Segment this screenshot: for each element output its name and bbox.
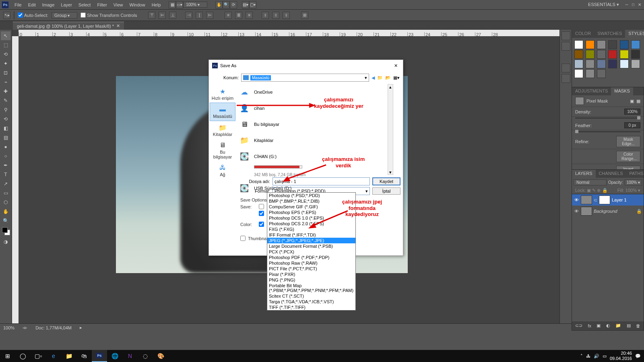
color-opt-checkbox[interactable] bbox=[259, 222, 264, 227]
new-layer-icon[interactable]: ▤ bbox=[627, 323, 631, 328]
file-item-thispc[interactable]: 🖥Bu bilgisayar bbox=[236, 116, 395, 132]
menu-help[interactable]: Help bbox=[149, 1, 164, 9]
style-swatch[interactable] bbox=[574, 60, 583, 68]
start-button[interactable]: ⊞ bbox=[0, 350, 15, 362]
style-swatch[interactable] bbox=[631, 60, 640, 68]
place-libraries[interactable]: 📁Kitaplıklar bbox=[210, 121, 235, 139]
style-swatch[interactable] bbox=[597, 40, 606, 49]
style-swatch[interactable] bbox=[597, 69, 606, 78]
scrubby-icon[interactable]: ◃▹ bbox=[23, 325, 27, 330]
location-combo[interactable]: Masaüstü ▾ bbox=[241, 74, 369, 82]
menu-file[interactable]: File bbox=[11, 1, 25, 9]
stamp-tool[interactable]: ⚲ bbox=[1, 105, 10, 114]
close-tab-icon[interactable]: ✕ bbox=[116, 23, 120, 29]
shape-tool[interactable]: ▭ bbox=[1, 189, 10, 197]
gradient-tool[interactable]: ▤ bbox=[1, 133, 10, 142]
delete-layer-icon[interactable]: 🗑 bbox=[636, 323, 640, 328]
auto-select-dropdown[interactable]: Group ▾ bbox=[52, 12, 77, 19]
explorer-icon[interactable]: 📁 bbox=[61, 350, 76, 362]
menu-filter[interactable]: Filter bbox=[94, 1, 110, 9]
style-swatch[interactable] bbox=[631, 40, 640, 49]
style-swatch[interactable] bbox=[597, 60, 606, 68]
link-icon[interactable]: ⊂⊃ bbox=[575, 323, 582, 328]
align-icon-2[interactable]: ⊢ bbox=[159, 12, 166, 19]
format-option[interactable]: Large Document Format (*.PSB) bbox=[267, 243, 355, 249]
place-desktop[interactable]: ▬Masaüstü bbox=[210, 103, 235, 121]
fx-icon[interactable]: fx bbox=[588, 323, 591, 328]
distribute-icon-1[interactable]: ≡ bbox=[225, 12, 232, 19]
density-input[interactable] bbox=[624, 109, 640, 115]
minimize-button[interactable]: ─ bbox=[624, 2, 630, 8]
show-transform-checkbox[interactable]: Show Transform Controls bbox=[80, 12, 137, 18]
menu-window[interactable]: Window bbox=[126, 1, 149, 9]
menu-edit[interactable]: Edit bbox=[25, 1, 39, 9]
auto-align-icon[interactable]: ⊞ bbox=[301, 12, 308, 19]
opacity-input[interactable]: 100% ▾ bbox=[625, 179, 642, 185]
align-icon-4[interactable]: ⊣ bbox=[185, 12, 192, 19]
file-item-libraries[interactable]: 📁Kitaplıklar bbox=[236, 132, 395, 148]
style-swatch[interactable] bbox=[608, 50, 617, 59]
pen-tool[interactable]: ✒ bbox=[1, 161, 10, 170]
volume-icon[interactable]: 🔊 bbox=[594, 354, 599, 359]
style-swatch[interactable] bbox=[620, 40, 629, 49]
crop-tool[interactable]: ⊡ bbox=[1, 68, 10, 77]
new-folder-icon[interactable]: 📂 bbox=[385, 75, 391, 80]
hand-tool[interactable]: ✋ bbox=[1, 207, 10, 216]
format-option[interactable]: PCX (*.PCX) bbox=[267, 249, 355, 255]
style-swatch[interactable] bbox=[631, 50, 640, 59]
align-icon-6[interactable]: ⊢ bbox=[206, 12, 213, 19]
workspace-switcher[interactable]: ESSENTİALS ▾ bbox=[585, 0, 622, 9]
maximize-button[interactable]: □ bbox=[630, 2, 636, 8]
history-tool[interactable]: ⟲ bbox=[1, 115, 10, 123]
auto-select-checkbox[interactable]: Auto-Select: bbox=[18, 12, 48, 18]
lang-icon[interactable]: ▭ bbox=[603, 354, 607, 359]
hand-icon[interactable]: ✋ bbox=[215, 1, 223, 8]
wand-tool[interactable]: ✦ bbox=[1, 59, 10, 68]
marquee-tool[interactable]: ⬚ bbox=[1, 41, 10, 49]
task-view-button[interactable]: ▢▫ bbox=[31, 350, 46, 362]
adj-layer-icon[interactable]: ◐ bbox=[606, 323, 610, 328]
place-thispc[interactable]: 🖥Bu bilgisayar bbox=[210, 139, 235, 161]
network-icon[interactable]: 🖧 bbox=[586, 354, 590, 358]
mini-panel-icon[interactable] bbox=[561, 42, 570, 51]
move-tool[interactable]: ↖ bbox=[1, 31, 10, 40]
menu-image[interactable]: Image bbox=[39, 1, 58, 9]
path-tool[interactable]: ↗ bbox=[1, 179, 10, 188]
document-tab[interactable]: geli-damat.jpg @ 100% (Layer 1, Layer Ma… bbox=[13, 22, 124, 30]
align-icon-3[interactable]: ⊥ bbox=[169, 12, 176, 19]
format-option[interactable]: Photoshop (*.PSD;*.PDD) bbox=[267, 193, 355, 198]
style-swatch[interactable] bbox=[574, 50, 583, 59]
screen-mode-icon[interactable]: ▢▾ bbox=[249, 1, 256, 8]
layer-row[interactable]: 👁 Background 🔒 bbox=[572, 206, 644, 217]
color-range-button[interactable]: Color Range... bbox=[616, 151, 640, 162]
format-option[interactable]: JPEG (*.JPG;*.JPEG;*.JPE) bbox=[267, 238, 355, 243]
save-opt-checkbox[interactable] bbox=[259, 204, 264, 209]
style-swatch[interactable] bbox=[574, 40, 583, 49]
close-button[interactable]: ✕ bbox=[637, 2, 642, 8]
3d-tool[interactable]: ⬡ bbox=[1, 198, 10, 207]
zoom-dropdown[interactable]: 100% ▾ bbox=[183, 2, 207, 8]
layout-icon[interactable]: ▭▾ bbox=[176, 1, 183, 8]
format-option[interactable]: Pixar (*.PXR) bbox=[267, 272, 355, 277]
style-swatch[interactable] bbox=[586, 40, 594, 49]
rotate-view-icon[interactable]: ⟳ bbox=[230, 1, 237, 8]
save-opt-checkbox[interactable] bbox=[259, 211, 264, 216]
brush-tool[interactable]: ✎ bbox=[1, 96, 10, 105]
eyedropper-tool[interactable]: ⌁ bbox=[1, 78, 10, 86]
distribute-icon-3[interactable]: ≡ bbox=[246, 12, 253, 19]
place-quick[interactable]: ★Hızlı erişim bbox=[210, 85, 235, 103]
distribute-icon-6[interactable]: ⦀ bbox=[283, 12, 290, 19]
format-option[interactable]: Scitex CT (*.SCT) bbox=[267, 293, 355, 299]
dodge-tool[interactable]: ○ bbox=[1, 152, 10, 160]
clock[interactable]: 20:4609.04.2016 bbox=[610, 351, 632, 361]
thumb-checkbox[interactable] bbox=[240, 236, 246, 241]
back-icon[interactable]: ◀ bbox=[372, 75, 375, 80]
arrange-icon[interactable]: ▤▾ bbox=[242, 1, 249, 8]
add-vector-mask-icon[interactable]: ▦ bbox=[636, 99, 640, 104]
launch-bridge-icon[interactable]: ▦ bbox=[169, 1, 176, 8]
format-option[interactable]: IFF Format (*.IFF;*.TDI) bbox=[267, 232, 355, 238]
store-icon[interactable]: 🛍 bbox=[76, 350, 92, 362]
mini-panel-icon[interactable] bbox=[561, 74, 570, 83]
eraser-tool[interactable]: ◧ bbox=[1, 124, 10, 133]
style-swatch[interactable] bbox=[608, 40, 617, 49]
